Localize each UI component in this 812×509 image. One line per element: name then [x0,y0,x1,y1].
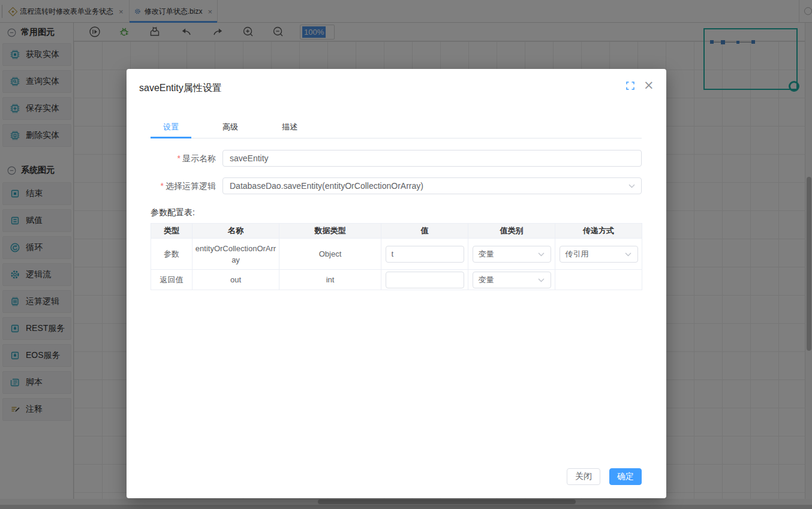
param-table: 类型 名称 数据类型 值 值类别 传递方式 参数 entityOrCollect… [151,223,642,290]
display-name-label: *显示名称 [139,150,216,167]
col-name: 名称 [193,224,279,239]
col-value: 值 [381,224,468,239]
dialog-tab-settings[interactable]: 设置 [151,122,191,132]
dialog-close-icon[interactable]: × [643,77,654,94]
param-pass-mode-select[interactable]: 传引用 [560,246,638,263]
param-value-category-select[interactable]: 变量 [473,246,551,263]
select-value: 传引用 [566,248,589,260]
select-value: 变量 [479,274,494,285]
param-row: 参数 entityOrCollectionOrArray Object 变量 传… [151,239,642,270]
chevron-down-icon [628,184,635,188]
param-value-input[interactable] [386,246,464,263]
cell-name: entityOrCollectionOrArray [193,239,279,270]
dialog-tabline [151,138,642,138]
param-table-label: 参数配置表: [151,207,195,218]
app: 流程流转时修改表单业务状态 × 修改订单状态.bizx × 常用图元 获取实体 [0,0,812,509]
dialog-title: saveEntity属性设置 [139,82,222,95]
chevron-down-icon [538,278,545,282]
cell-pass-mode-empty [555,270,642,290]
cell-data-type: Object [279,239,381,270]
col-value-category: 值类别 [468,224,555,239]
return-value-input[interactable] [386,272,464,288]
dialog-tab-advanced[interactable]: 高级 [210,122,251,132]
dialog-tab-description[interactable]: 描述 [269,122,310,132]
close-button[interactable]: 关闭 [567,468,600,485]
display-name-input[interactable] [222,150,642,167]
logic-label: *选择运算逻辑 [139,177,216,194]
col-pass-mode: 传递方式 [555,224,642,239]
save-entity-properties-dialog: saveEntity属性设置 × 设置 高级 描述 *显示名称 *选择运算逻辑 … [127,69,666,498]
cell-type: 返回值 [151,270,193,290]
chevron-down-icon [538,252,545,257]
select-value: 变量 [479,248,494,260]
logic-select[interactable]: DatabaseDao.saveEntity(entityOrCollectio… [222,177,642,194]
cell-type: 参数 [151,239,193,270]
return-row: 返回值 out int 变量 [151,270,642,290]
chevron-down-icon [625,252,631,257]
cell-name: out [193,270,279,290]
dialog-tab-ink [151,137,191,138]
return-value-category-select[interactable]: 变量 [473,272,551,288]
col-data-type: 数据类型 [279,224,381,239]
ok-button[interactable]: 确定 [609,468,642,485]
param-table-header-row: 类型 名称 数据类型 值 值类别 传递方式 [151,224,642,239]
fullscreen-icon[interactable] [626,82,634,90]
cell-data-type: int [279,270,381,290]
col-type: 类型 [151,224,193,239]
logic-select-value: DatabaseDao.saveEntity(entityOrCollectio… [230,181,423,191]
